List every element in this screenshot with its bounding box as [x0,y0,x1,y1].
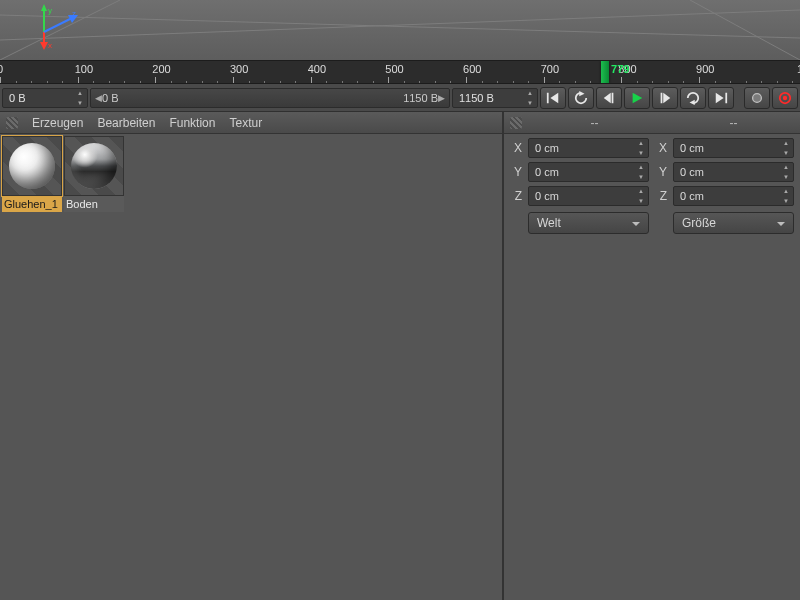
svg-text:z: z [72,9,76,18]
material-caption: Boden [64,196,124,212]
range-start-value: 0 B [9,92,26,104]
next-key-button[interactable] [680,87,706,109]
svg-marker-16 [604,92,611,103]
svg-text:y: y [48,6,52,15]
svg-marker-15 [579,91,584,96]
axis-label-x: X [510,141,522,155]
timeline-powerslider[interactable]: ◀ 0 B 1150 B ▶ [90,88,450,108]
coordinate-manager: -- -- X 0 cm▲▼ X 0 cm▲▼ Y 0 cm▲▼ Y 0 cm▲… [504,112,800,600]
material-preview-icon [64,136,124,196]
ruler-label: 600 [463,63,481,75]
svg-marker-14 [550,92,558,103]
position-x-field[interactable]: 0 cm▲▼ [528,138,649,158]
axis-label-y: Y [510,165,522,179]
svg-marker-18 [633,92,643,103]
coord-object-name-left: -- [528,116,661,130]
go-to-end-button[interactable] [708,87,734,109]
material-grid[interactable]: Gluehen_1Boden [0,134,502,214]
prev-frame-button[interactable] [596,87,622,109]
prev-key-button[interactable] [568,87,594,109]
chevron-left-icon: ◀ [95,93,102,103]
svg-line-8 [44,18,72,32]
svg-marker-21 [690,99,695,104]
autokey-button[interactable] [772,87,798,109]
axis-gizmo[interactable]: y z x [32,4,78,50]
material-preview-icon [2,136,62,196]
svg-marker-22 [716,92,724,103]
size-z-field[interactable]: 0 cm▲▼ [673,186,794,206]
coord-empty-area [504,242,800,600]
size-x-field[interactable]: 0 cm▲▼ [673,138,794,158]
svg-line-0 [0,10,800,40]
axis-label-y: Y [655,165,667,179]
timeline-ruler[interactable]: 01002003004005006007008009001030779 [0,60,800,84]
svg-line-3 [690,0,800,60]
svg-rect-20 [661,92,663,103]
stepper-icon[interactable]: ▲▼ [75,90,85,106]
ruler-label: 100 [75,63,93,75]
coordinate-header: -- -- [504,112,800,134]
range-end-value: 1150 B [459,92,494,104]
position-y-field[interactable]: 0 cm▲▼ [528,162,649,182]
coord-object-name-right: -- [667,116,800,130]
axis-label-x: X [655,141,667,155]
material-manager: Erzeugen Bearbeiten Funktion Textur Glue… [0,112,504,600]
axis-label-z: Z [655,189,667,203]
material-item[interactable]: Boden [64,136,124,212]
next-frame-button[interactable] [652,87,678,109]
go-to-start-button[interactable] [540,87,566,109]
menu-function[interactable]: Funktion [169,116,215,130]
svg-marker-7 [40,42,48,50]
material-empty-area[interactable] [0,214,502,600]
chevron-right-icon: ▶ [438,93,445,103]
viewport-wireframe [0,0,800,60]
size-y-field[interactable]: 0 cm▲▼ [673,162,794,182]
play-button[interactable] [624,87,650,109]
axis-label-z: Z [510,189,522,203]
range-start-field[interactable]: 0 B ▲▼ [2,88,88,108]
range-end-field[interactable]: 1150 B ▲▼ [452,88,538,108]
svg-point-26 [783,95,787,99]
panel-grip-icon[interactable] [510,117,522,129]
svg-rect-13 [547,92,549,103]
record-key-button[interactable] [744,87,770,109]
viewport[interactable]: y z x [0,0,800,60]
playhead-label: 779 [611,63,629,75]
ruler-label: 700 [541,63,559,75]
ruler-label: 300 [230,63,248,75]
svg-line-1 [0,15,800,38]
ruler-label: 200 [152,63,170,75]
stepper-icon[interactable]: ▲▼ [525,90,535,106]
playback-bar: 0 B ▲▼ ◀ 0 B 1150 B ▶ 1150 B ▲▼ [0,84,800,112]
panel-grip-icon[interactable] [6,117,18,129]
material-caption: Gluehen_1 [2,196,62,212]
menu-texture[interactable]: Textur [229,116,262,130]
position-z-field[interactable]: 0 cm▲▼ [528,186,649,206]
coord-size-mode-dropdown[interactable]: Größe [673,212,794,234]
ruler-label: 400 [308,63,326,75]
svg-text:x: x [48,41,52,50]
coord-space-dropdown[interactable]: Welt [528,212,649,234]
ruler-label: 0 [0,63,3,75]
svg-point-24 [753,93,762,102]
svg-rect-17 [612,92,614,103]
menu-edit[interactable]: Bearbeiten [97,116,155,130]
svg-marker-19 [663,92,670,103]
svg-marker-5 [41,4,47,11]
slider-start-label: 0 B [102,92,119,104]
svg-rect-23 [725,92,727,103]
slider-end-label: 1150 B [403,92,438,104]
playhead[interactable] [601,61,609,83]
ruler-label: 500 [385,63,403,75]
ruler-label: 900 [696,63,714,75]
material-menu-bar: Erzeugen Bearbeiten Funktion Textur [0,112,502,134]
menu-create[interactable]: Erzeugen [32,116,83,130]
material-item[interactable]: Gluehen_1 [2,136,62,212]
